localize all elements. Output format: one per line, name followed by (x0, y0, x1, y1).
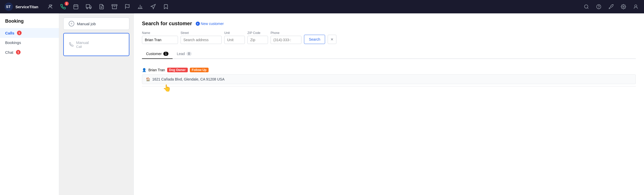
dispatch-icon[interactable] (46, 3, 54, 11)
call-card[interactable]: Manual Call (63, 33, 129, 56)
calls-badge: 1 (17, 31, 22, 35)
result-person-icon: 👤 (142, 68, 146, 72)
call-card-phone-icon (69, 42, 74, 47)
new-customer-plus-icon: + (196, 22, 200, 26)
topnav-settings-icon[interactable] (619, 3, 628, 11)
bookings-label: Bookings (5, 40, 21, 45)
topnav-icons: 2 (46, 3, 577, 11)
sidebar-item-calls[interactable]: Calls 1 (0, 28, 59, 38)
zip-input[interactable] (247, 36, 268, 44)
result-address: 1621 Cañada Blvd, Glendale, CA 91208 USA (152, 77, 225, 81)
tabs: Customer 1 Lead 0 (142, 49, 636, 59)
tab-customer-count: 1 (163, 52, 169, 56)
svg-text:ST: ST (6, 5, 11, 9)
result-tag-dog: Dog Owner (167, 68, 188, 72)
tab-lead[interactable]: Lead 0 (173, 49, 196, 59)
flag-icon[interactable] (123, 3, 131, 11)
search-title: Search for customer (142, 21, 192, 26)
topnav-rocket-icon[interactable] (607, 3, 615, 11)
truck-icon[interactable] (85, 3, 93, 11)
phone-field-group: Phone (271, 31, 301, 44)
result-name-row: 👤 Brian Tran Dog Owner Follow Up (142, 68, 636, 72)
logo-text: ServiceTitan (15, 5, 38, 9)
sidebar-item-chat[interactable]: Chat 1 (0, 47, 59, 57)
sidebar-item-bookings[interactable]: Bookings (0, 38, 59, 47)
svg-rect-4 (74, 5, 78, 9)
home-icon: 🏠 (146, 77, 150, 81)
sidebar-title: Booking (0, 19, 59, 28)
svg-point-23 (599, 8, 599, 8)
street-input[interactable] (181, 36, 222, 44)
phone-badge: 2 (65, 2, 69, 6)
logo[interactable]: ST ServiceTitan (4, 2, 38, 11)
topnav: ST ServiceTitan 2 (0, 0, 644, 13)
page-body: Booking Calls 1 Bookings Chat 1 + Manual… (0, 13, 644, 195)
tab-lead-count: 0 (186, 52, 192, 56)
cursor-hand: 👆 (163, 84, 171, 92)
tab-customer[interactable]: Customer 1 (142, 49, 173, 59)
street-label: Street (181, 31, 222, 35)
center-panel: + Manual job Manual Call (59, 13, 134, 195)
calendar-icon[interactable] (72, 3, 80, 11)
topnav-user-icon[interactable] (632, 3, 640, 11)
bookmark-icon[interactable] (162, 3, 170, 11)
svg-point-25 (635, 5, 637, 7)
manual-job-label: Manual job (77, 22, 96, 26)
search-button[interactable]: Search (304, 35, 325, 44)
svg-point-10 (90, 8, 91, 9)
unit-input[interactable] (224, 36, 245, 44)
main-content: Search for customer + New customer Name … (134, 13, 644, 195)
call-card-label: Manual (76, 40, 89, 45)
topnav-help-icon[interactable] (595, 3, 603, 11)
phone-label: Phone (271, 31, 301, 35)
result-item: 👤 Brian Tran Dog Owner Follow Up 🏠 1621 … (142, 64, 636, 86)
phone-input[interactable] (271, 36, 301, 44)
result-name: Brian Tran (148, 68, 165, 72)
chat-label: Chat (5, 50, 13, 55)
call-card-text: Manual Call (76, 40, 89, 49)
phone-icon[interactable]: 2 (59, 3, 67, 11)
manual-job-button[interactable]: + Manual job (63, 17, 129, 30)
result-address-row[interactable]: 🏠 1621 Cañada Blvd, Glendale, CA 91208 U… (142, 74, 636, 84)
calls-label: Calls (5, 31, 14, 35)
megaphone-icon[interactable] (149, 3, 157, 11)
sidebar: Booking Calls 1 Bookings Chat 1 (0, 13, 59, 195)
document-icon[interactable] (97, 3, 106, 11)
search-header: Search for customer + New customer (142, 21, 636, 26)
new-customer-link[interactable]: + New customer (196, 22, 224, 26)
street-field-group: Street (181, 31, 222, 44)
name-label: Name (142, 31, 178, 35)
manual-job-plus-icon: + (69, 21, 74, 26)
zip-label: ZIP Code (247, 31, 268, 35)
new-customer-label: New customer (201, 22, 224, 26)
call-card-sub: Call (76, 45, 89, 49)
box-icon[interactable] (110, 3, 119, 11)
topnav-search-icon[interactable] (582, 3, 591, 11)
unit-label: Unit (224, 31, 245, 35)
svg-point-21 (585, 5, 588, 8)
name-field-group: Name (142, 31, 178, 44)
topnav-right (582, 3, 640, 11)
svg-point-3 (49, 5, 51, 7)
svg-point-24 (623, 6, 624, 7)
search-fields: Name Street Unit ZIP Code Phone Search ✕ (142, 31, 636, 44)
tab-lead-label: Lead (177, 52, 185, 56)
name-input[interactable] (142, 36, 178, 44)
chat-badge: 1 (16, 50, 21, 55)
zip-field-group: ZIP Code (247, 31, 268, 44)
svg-rect-8 (86, 5, 90, 8)
svg-rect-14 (112, 5, 117, 6)
unit-field-group: Unit (224, 31, 245, 44)
clear-button[interactable]: ✕ (328, 35, 336, 44)
tab-customer-label: Customer (146, 52, 162, 56)
result-tag-followup: Follow Up (190, 68, 209, 72)
svg-point-9 (87, 8, 88, 9)
chart-icon[interactable] (136, 3, 144, 11)
